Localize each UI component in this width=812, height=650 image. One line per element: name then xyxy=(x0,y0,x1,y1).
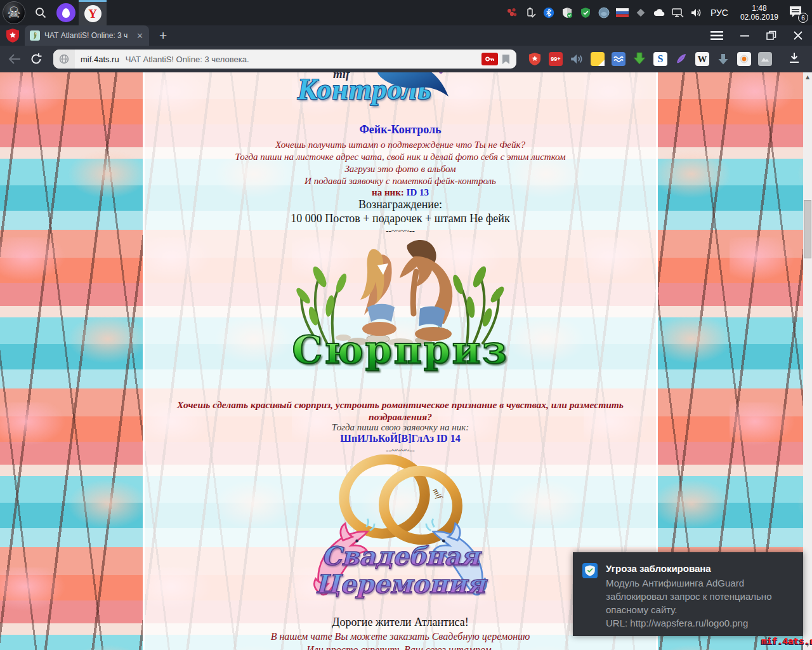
toast-body: Модуль Антифишинга AdGuard заблокировал … xyxy=(606,576,796,616)
clock-time: 1:48 xyxy=(740,4,778,13)
taskbar: ☠ Y РУС 1:48 02.06.2019 6 xyxy=(0,0,812,25)
fake-line-3: Загрузи это фото в альбом xyxy=(145,163,656,175)
search-icon xyxy=(34,6,47,19)
ext-s-icon[interactable]: S xyxy=(653,52,667,66)
clock-date: 02.06.2019 xyxy=(740,13,778,22)
ext-speaker-icon[interactable] xyxy=(570,52,584,66)
reward-title: Вознаграждение: xyxy=(145,198,656,211)
downloads-button[interactable] xyxy=(788,51,801,67)
tray-defender-icon[interactable] xyxy=(561,6,573,19)
ext-notes-icon[interactable] xyxy=(591,52,605,66)
alice-icon xyxy=(56,3,75,22)
notification-count-badge: 6 xyxy=(798,13,808,23)
address-bar[interactable]: mif.4ats.ru ЧАТ AtlantiS! Online: 3 чело… xyxy=(53,50,516,69)
back-button[interactable] xyxy=(6,51,23,67)
tray-app-face-icon[interactable] xyxy=(598,6,610,19)
tab-close-icon[interactable]: ✕ xyxy=(136,32,143,40)
extensions-row: 99+ S W xyxy=(528,51,801,67)
bookmark-icon[interactable] xyxy=(502,54,510,65)
menu-icon[interactable] xyxy=(710,30,723,41)
man-figure xyxy=(400,240,452,341)
scrollbar[interactable]: ▲ ▼ xyxy=(803,72,812,650)
ext-downloader-icon[interactable] xyxy=(716,52,730,66)
site-watermark: mif.4ats.ru xyxy=(761,636,812,646)
wedding-word-2: Церемония xyxy=(311,570,489,598)
header-dolphin-icon xyxy=(372,72,455,104)
ext-counter-icon[interactable]: 99+ xyxy=(549,52,563,66)
nick-label: на ник: xyxy=(372,187,404,197)
toast-url-line: URL: http://wapsfera.ru/logo0.png xyxy=(606,616,796,630)
control-header-graphic: mif Контроль xyxy=(145,72,656,122)
tab-favicon xyxy=(30,30,40,41)
browser-toolbar: mif.4ats.ru ЧАТ AtlantiS! Online: 3 чело… xyxy=(0,46,812,72)
url-domain: mif.4ats.ru xyxy=(81,55,119,64)
ext-gray-app-icon[interactable] xyxy=(758,52,772,66)
protect-mode-icon[interactable] xyxy=(481,53,498,65)
woman-figure xyxy=(360,249,396,336)
minimize-button[interactable] xyxy=(740,30,750,41)
scrollbar-thumb[interactable] xyxy=(804,200,811,258)
ext-adguard-icon[interactable] xyxy=(528,52,542,66)
tray-antivirus-shield-icon[interactable] xyxy=(579,6,592,19)
adguard-shield-icon[interactable] xyxy=(6,28,20,43)
ext-wikipedia-icon[interactable]: W xyxy=(695,52,709,66)
fake-line-2: Тогда пиши на листочке адрес чата, свой … xyxy=(145,151,656,163)
tray-diamond-icon[interactable] xyxy=(634,6,647,19)
taskbar-clock[interactable]: 1:48 02.06.2019 xyxy=(737,4,782,22)
tab-bar: ЧАТ AtlantiS! Online: 3 ч ✕ + xyxy=(0,25,812,46)
fake-line-4: И подавай заявочку с пометкой фейк-контр… xyxy=(145,175,656,187)
tray-usb-icon[interactable] xyxy=(524,6,537,19)
nick-id-link[interactable]: ID 13 xyxy=(407,187,429,197)
language-indicator[interactable]: РУС xyxy=(708,8,731,18)
tab-title: ЧАТ AtlantiS! Online: 3 ч xyxy=(44,31,132,40)
surprise-sub-line: Тогда пиши свою заявочку на ник: xyxy=(145,422,656,433)
ext-feather-icon[interactable] xyxy=(674,52,688,66)
tray-bluetooth-icon[interactable] xyxy=(542,6,555,19)
site-info-button[interactable] xyxy=(53,50,75,69)
tray-network-icon[interactable] xyxy=(671,6,684,19)
fake-line-1: Хочешь получить штамп о подтверждение чт… xyxy=(145,139,656,151)
wedding-line-3: Или просто скрепить Ваш союз штампом. xyxy=(145,644,656,650)
toast-title: Угроза заблокирована xyxy=(606,563,796,574)
scroll-up-arrow[interactable]: ▲ xyxy=(803,72,812,82)
ext-savefrom-icon[interactable] xyxy=(632,52,646,66)
yandex-browser-icon: Y xyxy=(84,5,102,22)
tray-russian-flag-icon[interactable] xyxy=(616,6,629,19)
restore-button[interactable] xyxy=(766,30,776,41)
tray-volume-icon[interactable] xyxy=(690,6,702,19)
globe-icon xyxy=(59,54,69,64)
surprise-paragraph: Хочешь сделать красивый сюрприз, устроит… xyxy=(167,399,633,423)
start-button[interactable]: ☠ xyxy=(0,0,28,25)
alice-button[interactable] xyxy=(53,0,79,25)
reload-button[interactable] xyxy=(28,51,44,67)
ring-engraving-text: mif xyxy=(431,486,445,501)
fake-control-title: Фейк-Контроль xyxy=(145,123,656,136)
surprise-nick-link[interactable]: ШпИЛьКоЙ[В]ГлАз ID 14 xyxy=(145,433,656,444)
surprise-title-word: Сюрприз xyxy=(145,328,656,372)
punisher-skull-icon: ☠ xyxy=(3,1,25,24)
ext-waves-icon[interactable] xyxy=(612,52,625,66)
tray-red-dots-icon[interactable] xyxy=(506,6,518,19)
tray-cloud-icon[interactable] xyxy=(653,6,665,19)
url-page-title: ЧАТ AtlantiS! Online: 3 человека. xyxy=(126,55,481,64)
reward-value: 10 000 Постов + подарочек + штамп Не фей… xyxy=(145,212,656,225)
adguard-toast-notification[interactable]: Угроза заблокирована Модуль Антифишинга … xyxy=(573,552,803,636)
ext-toggle-icon[interactable] xyxy=(737,52,751,66)
browser-tab[interactable]: ЧАТ AtlantiS! Online: 3 ч ✕ xyxy=(25,25,149,46)
search-button[interactable] xyxy=(28,0,53,25)
new-tab-button[interactable]: + xyxy=(159,28,167,43)
surprise-graphic: Сюрприз xyxy=(145,232,656,372)
yandex-browser-taskbar-item[interactable]: Y xyxy=(79,0,107,25)
adguard-toast-icon xyxy=(582,563,598,578)
close-button[interactable] xyxy=(793,30,803,41)
nick-line: на ник: ID 13 xyxy=(145,187,656,198)
wedding-word-1: Свадебная xyxy=(311,542,489,570)
notification-center-button[interactable]: 6 xyxy=(788,4,807,21)
